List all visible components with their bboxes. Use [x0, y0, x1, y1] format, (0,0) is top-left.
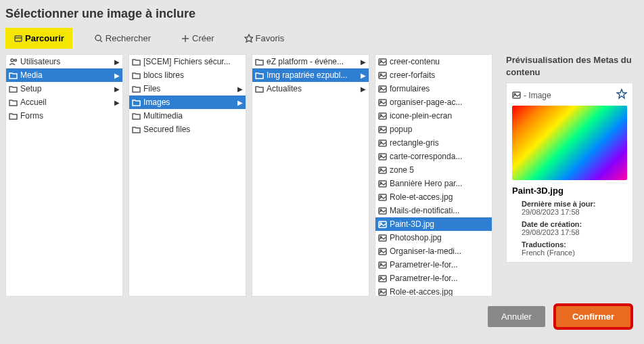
item-label: icone-plein-ecran — [390, 111, 452, 121]
tab-search[interactable]: Rechercher — [86, 28, 159, 49]
tab-favorites[interactable]: Favoris — [236, 28, 293, 49]
search-icon — [94, 34, 103, 43]
tab-browse[interactable]: Parcourir — [5, 28, 72, 49]
file-item[interactable]: Photoshop.jpg — [375, 231, 492, 244]
folder-item[interactable]: Actualites▶ — [252, 82, 369, 95]
file-item[interactable]: zone 5 — [375, 163, 492, 177]
tab-create-label: Créer — [192, 33, 214, 43]
file-item[interactable]: creer-contenu — [375, 55, 492, 68]
preview-panel-title: Prévisualisation des Metas du contenu — [506, 54, 633, 79]
svg-rect-0 — [15, 36, 22, 41]
preview-thumbnail — [512, 106, 627, 180]
folder-item[interactable]: eZ platform - événe...▶ — [252, 55, 369, 68]
folder-icon — [9, 112, 18, 121]
image-icon — [378, 220, 387, 229]
folder-item[interactable]: Multimedia — [129, 109, 246, 123]
folder-icon — [132, 125, 141, 134]
item-label: zone 5 — [390, 165, 414, 175]
file-item[interactable]: formulaires — [375, 82, 492, 95]
image-icon — [378, 179, 387, 188]
item-label: eZ platform - événe... — [267, 57, 344, 66]
item-label: Img rapatriée ezpubl... — [267, 70, 347, 80]
file-item[interactable]: Parametrer-le-for... — [375, 272, 492, 285]
chevron-right-icon: ▶ — [237, 99, 243, 106]
file-item[interactable]: carte-corresponda... — [375, 150, 492, 163]
chevron-right-icon: ▶ — [114, 85, 120, 93]
item-label: creer-forfaits — [390, 70, 435, 80]
image-icon — [378, 274, 387, 283]
folder-item[interactable]: Setup▶ — [6, 82, 122, 95]
item-label: Images — [143, 98, 170, 107]
file-item[interactable]: popup — [375, 123, 492, 136]
star-icon — [244, 34, 253, 43]
chevron-right-icon: ▶ — [114, 58, 120, 66]
item-label: Setup — [20, 84, 41, 93]
dialog-footer: Annuler Confirmer — [5, 303, 639, 330]
tab-create[interactable]: Créer — [172, 28, 223, 49]
item-label: Role-et-acces.jpg — [390, 192, 453, 202]
column-3: eZ platform - événe...▶Img rapatriée ezp… — [252, 54, 369, 297]
chevron-right-icon: ▶ — [361, 58, 366, 66]
item-label: Role-et-acces.jpg — [390, 287, 453, 297]
folder-item[interactable]: Img rapatriée ezpubl...▶ — [252, 68, 369, 82]
item-label: rectangle-gris — [390, 138, 439, 148]
file-item[interactable]: organiser-page-ac... — [375, 95, 492, 109]
confirm-button[interactable]: Confirmer — [553, 303, 633, 330]
folder-item[interactable]: Media▶ — [6, 68, 122, 82]
folder-icon — [132, 85, 141, 93]
folder-item[interactable]: Secured files — [129, 123, 246, 136]
chevron-right-icon: ▶ — [114, 72, 120, 79]
file-item[interactable]: Role-et-acces.jpg — [375, 285, 492, 297]
tab-favorites-label: Favoris — [256, 33, 285, 43]
svg-point-2 — [95, 35, 101, 41]
users-icon — [9, 58, 18, 66]
folder-item[interactable]: Accueil▶ — [6, 95, 122, 109]
item-label: Paint-3D.jpg — [390, 219, 434, 229]
folder-item[interactable]: blocs libres — [129, 68, 246, 82]
image-icon — [378, 234, 387, 242]
folder-item[interactable]: [SCEM] Fichiers sécur... — [129, 55, 246, 68]
tab-browse-label: Parcourir — [25, 33, 64, 43]
image-icon — [378, 125, 387, 134]
file-item[interactable]: Mails-de-notificati... — [375, 204, 492, 217]
folder-item[interactable]: Utilisateurs▶ — [6, 55, 122, 68]
folder-icon — [9, 85, 18, 93]
file-item[interactable]: Paint-3D.jpg — [375, 217, 492, 231]
preview-card: - Image Paint-3D.jpg Dernière mise à jou… — [506, 83, 633, 263]
favorite-toggle[interactable] — [616, 89, 627, 102]
folder-icon — [132, 71, 141, 80]
svg-point-8 — [15, 59, 17, 61]
file-item[interactable]: Parametrer-le-for... — [375, 258, 492, 272]
file-item[interactable]: Organiser-la-medi... — [375, 244, 492, 258]
folder-icon — [255, 71, 264, 80]
image-icon — [378, 139, 387, 148]
file-item[interactable]: icone-plein-ecran — [375, 109, 492, 123]
file-item[interactable]: rectangle-gris — [375, 136, 492, 150]
image-icon — [512, 91, 521, 100]
item-label: blocs libres — [143, 70, 184, 80]
item-label: Parametrer-le-for... — [390, 260, 458, 270]
image-icon — [378, 152, 387, 161]
file-item[interactable]: Bannière Hero par... — [375, 177, 492, 190]
plus-icon — [181, 34, 189, 43]
item-label: Media — [20, 70, 43, 80]
file-item[interactable]: creer-forfaits — [375, 68, 492, 82]
image-icon — [378, 85, 387, 93]
folder-icon — [255, 58, 264, 66]
folder-item[interactable]: Forms — [6, 109, 122, 123]
column-4: creer-contenucreer-forfaitsformulairesor… — [375, 54, 492, 297]
folder-item[interactable]: Images▶ — [129, 95, 246, 109]
browse-icon — [14, 34, 22, 43]
item-label: creer-contenu — [390, 57, 440, 66]
meta-created-value: 29/08/2023 17:58 — [522, 228, 627, 236]
image-icon — [378, 112, 387, 121]
folder-icon — [132, 112, 141, 121]
preview-type-label: - Image — [524, 91, 551, 100]
file-item[interactable]: Role-et-acces.jpg — [375, 190, 492, 204]
item-label: popup — [390, 125, 412, 134]
folder-item[interactable]: Files▶ — [129, 82, 246, 95]
meta-modified-value: 29/08/2023 17:58 — [522, 208, 627, 216]
browser-main: Utilisateurs▶Media▶Setup▶Accueil▶Forms [… — [5, 54, 639, 297]
meta-translations-label: Traductions: — [522, 240, 627, 249]
cancel-button[interactable]: Annuler — [488, 306, 545, 327]
